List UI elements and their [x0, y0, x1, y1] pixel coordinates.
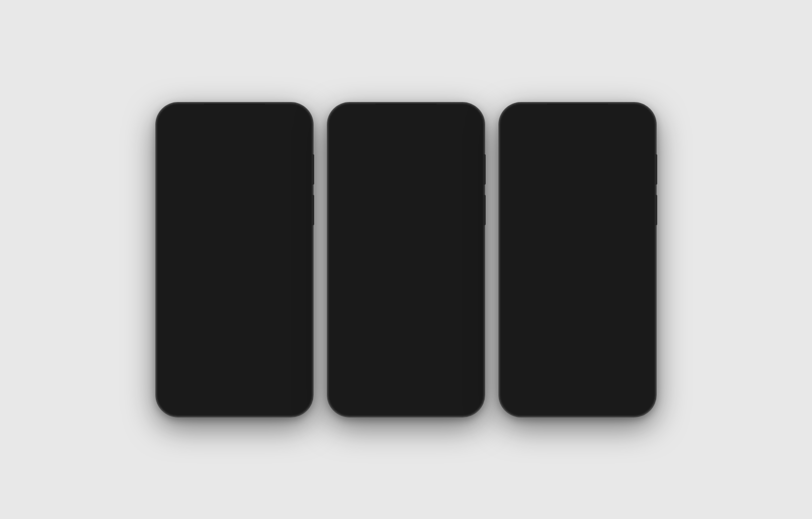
- status-icons-1: ▐▐▐ 📶 🔋: [271, 114, 298, 119]
- tab-radio-label-2: Radio: [429, 398, 442, 403]
- status-time-2: 9:59: [343, 114, 354, 120]
- playlist-card-usa[interactable]: TOP 100UNITED STATESOF AMERICA 100: [169, 249, 230, 310]
- tab-library-label-1: Library: [168, 399, 183, 404]
- bloom-avatar-img: [392, 310, 402, 320]
- beats1-host-name: Rebecca Judd in for Julie Adenuga: [512, 128, 643, 147]
- mix-apple-badge: ♪ MUSIC: [345, 204, 379, 208]
- scroll-area-radio[interactable]: BEATS 1 ON AIR • 8-10AM Rebecca Judd in …: [504, 123, 651, 356]
- main-content-radio-title: Radio: [504, 158, 651, 173]
- friends-row[interactable]: E Bloom 🅴 Troye Sivan: [341, 258, 471, 338]
- broadway-main-text: HeadoverHeels: [444, 167, 457, 180]
- forward-button-2[interactable]: ⏭: [466, 366, 473, 374]
- phone-browse: 9:59 ▐▐▐ 📶 🔋 ‹ Browse New Music: [156, 102, 313, 417]
- phone-screen-1: 9:59 ▐▐▐ 📶 🔋 ‹ Browse New Music: [161, 108, 308, 412]
- now-playing-title-1: Touched By You: [190, 366, 277, 373]
- bloom-album-title: Bloom 🅴: [341, 326, 407, 333]
- screen-content-browse: 9:59 ▐▐▐ 📶 🔋 ‹ Browse New Music: [161, 108, 308, 412]
- friend-card-thanku[interactable]: Thank U,Next"thank u,next"THANK U,NEXT"T…: [411, 258, 471, 338]
- tab-radio-1[interactable]: ((·)) Radio: [249, 387, 279, 404]
- tab-search-label-3: Search: [629, 399, 644, 404]
- forward-button-3[interactable]: ⏭: [638, 366, 645, 374]
- search-icon-2: 🔍: [459, 387, 470, 398]
- playlists-row[interactable]: TOP 100UNITED STATESOF AMERICA 100: [169, 249, 300, 310]
- beats1-tagline: The voice of London.: [512, 147, 643, 154]
- grid-album-colorful[interactable]: ▶: [429, 197, 471, 236]
- grid-album-1[interactable]: PSIOJAVIS: [385, 155, 427, 195]
- radio-icon-3: ((·)): [600, 387, 615, 397]
- broadway-sub-text: ORIGINAL BROADWAY CAST: [431, 180, 469, 183]
- grid-album-dark[interactable]: ⬛: [385, 197, 427, 236]
- friend-card-bloom[interactable]: E Bloom 🅴 Troye Sivan: [341, 258, 407, 338]
- playlist-card-group[interactable]: 👥: [299, 249, 300, 310]
- play-button-1[interactable]: ▶: [282, 364, 289, 375]
- play-button-3[interactable]: ▶: [625, 364, 632, 375]
- tab-search-2[interactable]: 🔍 Search: [450, 387, 480, 404]
- radio-icon-2: ((·)): [428, 387, 443, 397]
- artist-photo-2: [202, 185, 234, 225]
- search-icon-1: 🔍: [288, 387, 299, 398]
- tab-foryou-2[interactable]: ♥ For You: [362, 387, 391, 404]
- tab-radio-2[interactable]: ((·)) Radio: [421, 387, 450, 404]
- tab-foryou-1[interactable]: ♡ For You: [190, 387, 220, 404]
- friends-see-all[interactable]: See All: [451, 244, 471, 252]
- now-playing-bar-2[interactable]: Touched By You ▶ ⏭: [332, 356, 480, 383]
- tab-search-label-2: Search: [458, 399, 472, 404]
- playlists-section-title: Playlists: [169, 233, 206, 244]
- library-icon-2: 📚: [342, 387, 353, 398]
- tab-library-2[interactable]: 📚 Library: [332, 387, 362, 404]
- back-nav[interactable]: ‹ Browse: [169, 123, 300, 133]
- new-music-mix-card[interactable]: ♪ MUSIC New Music Mix Updated Today: [341, 155, 383, 236]
- rp-tab-light[interactable]: 🍎 MUSIC: [579, 326, 643, 337]
- page-title-browse: New Music: [169, 135, 300, 150]
- tab-browse-1[interactable]: ♪ Browse: [220, 387, 249, 404]
- beats1-image[interactable]: PLAY NOW Mr Eazi details Life is Eazi Vo…: [504, 177, 651, 258]
- apple-music-badge-light: 🍎 MUSIC: [600, 329, 622, 334]
- grid-album-broadway[interactable]: HeadoverHeels ORIGINAL BROADWAY CAST: [429, 155, 471, 195]
- now-playing-title-3: Touched By You: [533, 366, 620, 373]
- grid-play-button[interactable]: ▶: [454, 219, 468, 233]
- playlists-see-all[interactable]: See All: [280, 235, 300, 243]
- phone-screen-3: 9:59 ▐▐▐ 📶 🔋 BEATS 1 ON AIR • 8-10AM Reb…: [504, 108, 651, 412]
- now-playing-controls-1[interactable]: ▶ ⏭: [282, 364, 302, 375]
- recently-played-tabs: 🍎 MUSIC 🍎 MUSIC: [512, 326, 643, 337]
- tab-library-1[interactable]: 📚 Library: [161, 387, 190, 404]
- status-bar-1: 9:59 ▐▐▐ 📶 🔋: [161, 108, 308, 123]
- tab-radio-3[interactable]: ((·)) Radio: [592, 387, 622, 404]
- scroll-area-foryou[interactable]: FRIDAY, NOVEMBER 9 For You ♪ MUSIC New M…: [332, 123, 480, 356]
- now-playing-art-img-3: [510, 361, 528, 379]
- playlist-card-neon[interactable]: [234, 249, 295, 310]
- tab-search-label-1: Search: [286, 399, 301, 404]
- now-playing-controls-2[interactable]: ▶ ⏭: [453, 364, 473, 375]
- beats1-list-item[interactable]: Beats 1 ›: [504, 263, 651, 285]
- back-label[interactable]: Browse: [174, 125, 197, 133]
- tab-library-3[interactable]: 📚 Library: [504, 387, 533, 404]
- radio-stations-list-item[interactable]: Radio Stations ›: [504, 285, 651, 306]
- now-playing-info-1: Touched By You: [190, 366, 277, 373]
- wifi-icon-3: 📶: [627, 114, 633, 119]
- bloom-artist: Troye Sivan: [341, 333, 407, 338]
- play-button-2[interactable]: ▶: [453, 364, 460, 375]
- radio-icon-1: ((·)): [257, 387, 272, 397]
- status-icons-2: ▐▐▐ 📶 🔋: [443, 114, 469, 119]
- back-chevron-icon: ‹: [169, 125, 172, 133]
- tab-browse-3[interactable]: ♪ Browse: [563, 387, 592, 404]
- thanku-artist: Ariana Grande: [411, 333, 471, 338]
- forward-button-1[interactable]: ⏭: [295, 366, 302, 374]
- tab-browse-label-2: Browse: [398, 398, 414, 403]
- library-icon-3: 📚: [513, 387, 524, 398]
- tab-browse-2[interactable]: ♪ Browse: [391, 387, 421, 404]
- browse-icon-2: ♪: [404, 387, 409, 397]
- wifi-icon-1: 📶: [284, 114, 290, 119]
- tab-search-3[interactable]: 🔍 Search: [622, 387, 651, 404]
- user-avatar[interactable]: [455, 134, 471, 150]
- now-playing-art-img-1: [167, 361, 185, 379]
- friend-album-bloom: E: [341, 258, 407, 324]
- now-playing-bar-3[interactable]: Touched By You ▶ ⏭: [504, 356, 651, 383]
- tab-foryou-3[interactable]: ♡ For You: [533, 387, 563, 404]
- mix-updated: Updated Today: [345, 228, 379, 232]
- scroll-area-browse[interactable]: ‹ Browse New Music FEATURED ARTIST Check…: [161, 123, 308, 356]
- tab-search-1[interactable]: 🔍 Search: [279, 387, 308, 404]
- now-playing-controls-3[interactable]: ▶ ⏭: [625, 364, 645, 375]
- now-playing-bar-1[interactable]: Touched By You ▶ ⏭: [161, 356, 308, 383]
- rp-tab-dark[interactable]: 🍎 MUSIC: [512, 326, 577, 337]
